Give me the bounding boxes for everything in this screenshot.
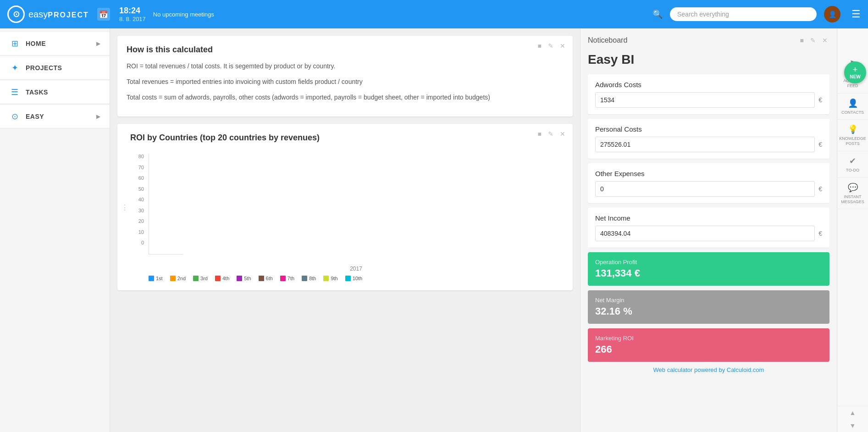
marketing-roi-metric: Marketing ROI 266 [588, 328, 829, 362]
close-button[interactable]: ✕ [558, 41, 567, 50]
roi-chart-title: ROI by Countries (top 20 countries by re… [130, 133, 564, 143]
chart-pin-button[interactable]: ■ [536, 129, 543, 138]
net-margin-metric: Net Margin 32.16 % [588, 290, 829, 324]
scroll-controls: ▲ ▼ [837, 406, 868, 432]
todo-label: TO-DO [846, 168, 859, 173]
current-date: 8. 8. 2017 [119, 16, 146, 22]
operation-profit-value: 131,334 € [595, 267, 822, 279]
other-expenses-group: Other Expenses € [588, 163, 829, 203]
legend-8th: 8th [302, 276, 316, 281]
meeting-info: 📅 18:24 8. 8. 2017 No upcoming meetings [97, 6, 214, 22]
icon-bar: + NEW ⚑ 45 ACTIVITYFEED 👤 CONTACTS 💡 KNO… [837, 28, 868, 432]
legend-4th: 4th [215, 276, 229, 281]
noticeboard-header: Noticeboard ■ ✎ ✕ [588, 36, 829, 45]
sidebar-projects-label: PROJECTS [26, 64, 100, 72]
scroll-up-button[interactable]: ▲ [837, 406, 868, 419]
logo-text: easyPROJECT [28, 8, 89, 20]
new-fab-button[interactable]: + NEW [844, 61, 866, 83]
sidebar-item-projects[interactable]: ✦ PROJECTS [0, 56, 110, 80]
other-expenses-input[interactable] [595, 181, 815, 197]
easy-icon: ⊙ [9, 111, 20, 122]
logo[interactable]: ⊙ easyPROJECT [7, 6, 90, 23]
body-line-3: Total costs = sum of adwords, payrolls, … [127, 92, 564, 103]
drag-handle-icon[interactable]: ⋮ [121, 203, 128, 211]
marketing-roi-value: 266 [595, 343, 822, 355]
to-do-item[interactable]: ✔ TO-DO [837, 151, 868, 178]
sidebar-easy-label: EASY [26, 113, 91, 120]
search-icon[interactable]: 🔍 [652, 9, 663, 19]
legend-9th: 9th [323, 276, 337, 281]
noticeboard-title: Noticeboard [588, 36, 627, 44]
bars-area [149, 154, 183, 255]
scroll-down-button[interactable]: ▼ [837, 419, 868, 432]
avatar[interactable]: 👤 [824, 6, 840, 22]
other-expenses-currency: € [818, 185, 822, 193]
noticeboard-pin-button[interactable]: ■ [798, 36, 806, 45]
personal-costs-input[interactable] [595, 137, 815, 152]
other-expenses-input-row: € [595, 181, 822, 197]
net-income-input-row: € [595, 226, 822, 241]
net-income-input[interactable] [595, 226, 815, 241]
adwords-costs-group: Adwords Costs € [588, 74, 829, 114]
todo-icon: ✔ [849, 156, 856, 166]
marketing-roi-label: Marketing ROI [595, 335, 822, 342]
calendar-icon[interactable]: 📅 [97, 8, 110, 21]
roi-chart-card: ⋮ ■ ✎ ✕ ROI by Countries (top 20 countri… [117, 124, 573, 290]
knowledge-icon: 💡 [848, 124, 858, 134]
year-label: 2017 [149, 264, 564, 272]
contacts-icon: 👤 [848, 98, 858, 108]
contacts-label: CONTACTS [841, 110, 864, 115]
chart-container: 80 70 60 50 40 30 20 10 0 [130, 149, 564, 281]
legend-6th: 6th [259, 276, 273, 281]
personal-costs-input-row: € [595, 137, 822, 152]
projects-icon: ✦ [9, 63, 20, 73]
adwords-currency: € [818, 96, 822, 104]
net-income-label: Net Income [595, 214, 822, 222]
sidebar-item-home[interactable]: ⊞ HOME ▶ [0, 32, 110, 55]
knowledge-label: KNOWLEDGEPOSTS [839, 136, 866, 146]
easy-bi-title: Easy BI [588, 52, 829, 67]
noticeboard-footer[interactable]: Web calculator powered by Calculoid.com [588, 366, 829, 373]
home-arrow-icon: ▶ [96, 40, 100, 47]
new-plus-icon: + [853, 66, 858, 75]
noticeboard-close-button[interactable]: ✕ [820, 36, 829, 45]
new-label: NEW [850, 74, 860, 79]
legend-2nd: 2nd [170, 276, 186, 281]
home-icon: ⊞ [9, 39, 20, 49]
chart-legend: 1st 2nd 3rd 4th [149, 276, 564, 281]
legend-1st: 1st [149, 276, 163, 281]
legend-10th: 10th [345, 276, 362, 281]
search-placeholder: Search everything [677, 11, 729, 18]
chart-close-button[interactable]: ✕ [558, 129, 567, 138]
logo-icon: ⊙ [7, 6, 25, 23]
sidebar-tasks-label: TASKS [26, 89, 100, 96]
sidebar-item-easy[interactable]: ⊙ EASY ▶ [0, 105, 110, 128]
edit-button[interactable]: ✎ [546, 41, 555, 50]
how-calculated-title: How is this calculated [127, 45, 564, 55]
sidebar-item-tasks[interactable]: ☰ TASKS [0, 81, 110, 104]
noticeboard-actions: ■ ✎ ✕ [798, 36, 829, 45]
current-time: 18:24 [119, 6, 146, 16]
noticeboard-edit-button[interactable]: ✎ [808, 36, 818, 45]
operation-profit-metric: Operation Profit 131,334 € [588, 252, 829, 286]
how-calculated-card: ■ ✎ ✕ How is this calculated ROI = total… [117, 36, 573, 116]
right-panel: Noticeboard ■ ✎ ✕ Easy BI Adwords Costs … [580, 28, 837, 432]
search-bar[interactable]: Search everything [670, 7, 817, 21]
messages-icon: 💬 [848, 183, 858, 193]
body-line-2: Total revenues = imported entries into i… [127, 77, 564, 88]
y-axis: 80 70 60 50 40 30 20 10 0 [130, 154, 146, 245]
top-navigation: ⊙ easyPROJECT 📅 18:24 8. 8. 2017 No upco… [0, 0, 868, 28]
personal-costs-label: Personal Costs [595, 125, 822, 133]
chart-edit-button[interactable]: ✎ [546, 129, 555, 138]
hamburger-menu[interactable]: ☰ [851, 8, 861, 20]
adwords-costs-input[interactable] [595, 92, 815, 108]
contacts-item[interactable]: 👤 CONTACTS [837, 94, 868, 120]
instant-messages-item[interactable]: 💬 INSTANTMESSAGES [837, 178, 868, 210]
knowledge-posts-item[interactable]: 💡 KNOWLEDGEPOSTS [837, 120, 868, 151]
pin-button[interactable]: ■ [536, 41, 543, 50]
body-line-1: ROI = total revenues / total costs. It i… [127, 61, 564, 72]
time-date-block: 18:24 8. 8. 2017 [119, 6, 146, 22]
adwords-costs-label: Adwords Costs [595, 81, 822, 89]
legend-3rd: 3rd [193, 276, 208, 281]
legend-7th: 7th [280, 276, 294, 281]
